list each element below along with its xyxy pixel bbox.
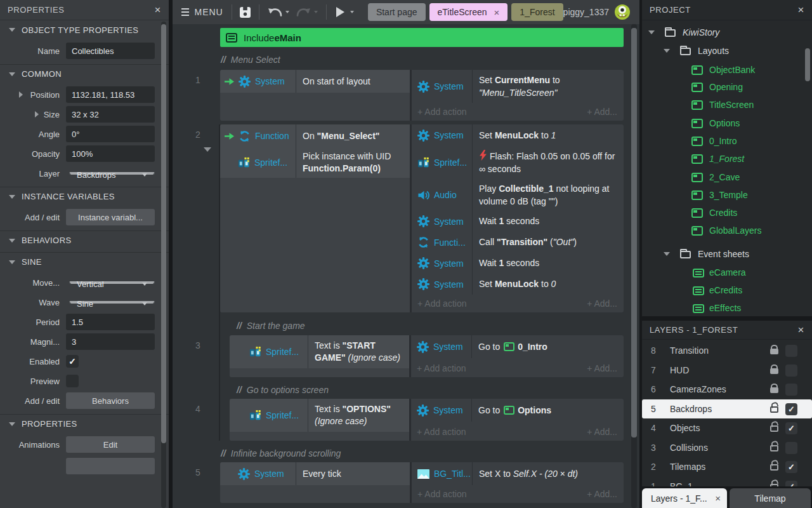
tree-item-event-sheets[interactable]: Event sheets	[642, 245, 812, 263]
action-text[interactable]: Wait 1 seconds	[473, 211, 624, 232]
tree-item-eeffects[interactable]: eEffects	[642, 299, 812, 316]
add-more-link[interactable]: + Add...	[587, 107, 617, 117]
layer-row-transition[interactable]: 8 Transition	[642, 341, 812, 360]
behaviors-button[interactable]: Behaviors	[66, 392, 155, 409]
lock-open-icon[interactable]	[770, 406, 778, 413]
tree-item-titlescreen[interactable]: TitleScreen	[642, 96, 812, 114]
tab-start-page[interactable]: Start page	[368, 3, 426, 21]
tree-item-ecamera[interactable]: eCamera	[642, 264, 812, 281]
add-action-link[interactable]: + Add action	[417, 489, 466, 499]
visibility-checkbox[interactable]: ✓	[785, 422, 797, 434]
event-block-5[interactable]: System Every tick BG_Titl... Set X to Se…	[220, 462, 624, 503]
condition-row[interactable]: Spritef... Pick instance with UID Functi…	[220, 147, 410, 178]
action-row[interactable]: Functi... Call "Transition" ("Out")	[412, 232, 624, 253]
tree-item-0-intro[interactable]: 0_Intro	[642, 132, 812, 150]
layer-row-bg1[interactable]: 1 BG_1 ✓	[642, 477, 812, 487]
add-more-link[interactable]: + Add...	[587, 363, 617, 373]
action-row[interactable]: System Go to 0_Intro	[411, 335, 624, 358]
layer-row-collisions[interactable]: 3 Collisions	[642, 438, 812, 457]
event-block-3[interactable]: Spritef... Text is "START GAME" (Ignore …	[230, 335, 624, 377]
enabled-checkbox[interactable]: ✓	[66, 355, 79, 368]
action-text[interactable]: Set X to Self.X - (20 × dt)	[473, 462, 624, 485]
layer-row-tilemaps[interactable]: 2 Tilemaps ✓	[642, 457, 812, 476]
action-text[interactable]: Go to 0_Intro	[472, 335, 624, 358]
tree-item-objectbank[interactable]: ObjectBank	[642, 61, 812, 79]
section-behaviors[interactable]: BEHAVIORS	[0, 231, 169, 250]
tab-etitlescreen[interactable]: eTitleScreen×	[429, 3, 508, 21]
redo-button[interactable]	[296, 7, 311, 17]
action-text[interactable]: Go to Options	[472, 399, 624, 422]
lock-closed-icon[interactable]	[770, 387, 778, 393]
play-icon[interactable]	[336, 7, 344, 17]
visibility-checkbox[interactable]	[785, 384, 797, 396]
section-common[interactable]: COMMON	[0, 64, 169, 83]
position-field[interactable]: 1132.181, 118.53	[66, 86, 155, 103]
magnitude-field[interactable]: 3	[66, 333, 155, 350]
event-block-4[interactable]: Spritef... Text is "OPTIONS" (Ignore cas…	[230, 399, 624, 441]
comment-scrolling[interactable]: //Infinite background scrolling	[221, 448, 341, 458]
tree-item-opening[interactable]: Opening	[642, 78, 812, 96]
add-action-link[interactable]: + Add action	[417, 363, 466, 373]
action-row[interactable]: System Wait 1 seconds	[412, 253, 624, 274]
preview-checkbox[interactable]	[66, 375, 79, 387]
lock-open-icon[interactable]	[770, 425, 778, 432]
project-scrollbar-thumb[interactable]	[805, 48, 810, 81]
hamburger-menu-icon[interactable]	[181, 8, 189, 16]
action-text[interactable]: Flash: Flash 0.05 on 0.05 off for ∞ seco…	[473, 146, 624, 179]
lock-open-icon[interactable]	[770, 445, 778, 451]
layer-dropdown[interactable]: Backdrops	[69, 172, 155, 175]
lock-open-icon[interactable]	[770, 484, 778, 487]
visibility-checkbox[interactable]: ✓	[785, 403, 797, 415]
tree-item-globallayers[interactable]: GlobalLayers	[642, 222, 812, 239]
condition-text[interactable]: Text is "OPTIONS" (Ignore case)	[308, 399, 409, 432]
action-row[interactable]: System Go to Options	[411, 399, 624, 422]
action-text[interactable]: Play Collectible_1 not looping at volume…	[473, 179, 624, 211]
condition-text[interactable]: Every tick	[296, 462, 410, 485]
undo-dropdown-icon[interactable]	[285, 11, 289, 13]
wave-dropdown[interactable]: Sine	[69, 301, 155, 304]
add-more-link[interactable]: + Add...	[587, 489, 617, 499]
condition-row[interactable]: Spritef... Text is "START GAME" (Ignore …	[230, 335, 409, 368]
action-row[interactable]: Spritef... Flash: Flash 0.05 on 0.05 off…	[412, 146, 624, 179]
add-action-link[interactable]: + Add action	[417, 298, 466, 309]
action-text[interactable]: Set CurrentMenu to "Menu_TitleScreen"	[473, 70, 624, 103]
username[interactable]: piggy_1337	[563, 7, 609, 17]
chevron-down-icon[interactable]	[648, 30, 655, 34]
layer-row-hud[interactable]: 7 HUD	[642, 361, 812, 380]
close-icon[interactable]: ×	[715, 493, 721, 504]
properties-scrollbar-thumb[interactable]	[161, 24, 166, 443]
visibility-checkbox[interactable]: ✓	[785, 481, 797, 487]
expand-icon[interactable]	[35, 111, 39, 117]
period-field[interactable]: 1.5	[66, 314, 155, 330]
include-event-sheet-banner[interactable]: Include eMain	[220, 28, 624, 47]
lock-open-icon[interactable]	[770, 464, 778, 471]
menu-button[interactable]: MENU	[195, 7, 223, 17]
tree-item-layouts[interactable]: Layouts	[642, 42, 812, 60]
name-field[interactable]: Collectibles	[66, 43, 155, 59]
close-icon[interactable]: ×	[797, 324, 804, 335]
tab-1-forest[interactable]: 1_Forest	[511, 3, 563, 21]
opacity-field[interactable]: 100%	[66, 145, 155, 162]
action-row[interactable]: Audio Play Collectible_1 not looping at …	[412, 179, 624, 211]
visibility-checkbox[interactable]	[785, 345, 797, 357]
visibility-checkbox[interactable]	[785, 364, 797, 377]
event-sheet-scrollbar-thumb[interactable]	[631, 28, 637, 438]
movement-dropdown[interactable]: Vertical	[69, 281, 155, 284]
action-row[interactable]: System Set MenuLock to 1	[412, 124, 624, 146]
close-icon[interactable]: ×	[154, 4, 161, 15]
tree-item-2-cave[interactable]: 2_Cave	[642, 168, 812, 186]
condition-row[interactable]: System Every tick	[220, 462, 410, 485]
tree-item-1-forest[interactable]: 1_Forest	[642, 150, 812, 168]
avatar[interactable]	[614, 4, 631, 20]
condition-text[interactable]: On "Menu_Select"	[296, 124, 410, 147]
lock-closed-icon[interactable]	[770, 368, 778, 374]
layer-row-backdrops-selected[interactable]: 5 Backdrops ✓	[642, 399, 812, 418]
visibility-checkbox[interactable]: ✓	[785, 461, 797, 473]
condition-row[interactable]: Function On "Menu_Select"	[220, 124, 410, 147]
section-properties[interactable]: PROPERTIES	[0, 414, 169, 433]
action-text[interactable]: Call "Transition" ("Out")	[473, 232, 624, 253]
action-text[interactable]: Set MenuLock to 0	[473, 274, 624, 295]
event-block-1[interactable]: System On start of layout System Set Cur…	[220, 70, 624, 121]
tree-item-3-temple[interactable]: 3_Temple	[642, 186, 812, 204]
visibility-checkbox[interactable]	[785, 442, 797, 454]
